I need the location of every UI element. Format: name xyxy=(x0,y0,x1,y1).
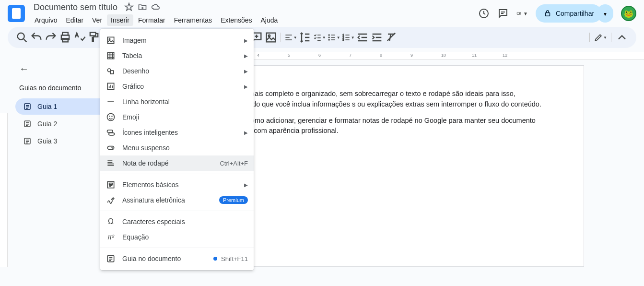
menu-item-menu-suspenso[interactable]: Menu suspenso xyxy=(100,140,254,155)
share-dropdown[interactable]: ▼ xyxy=(597,4,613,23)
hr-icon xyxy=(106,97,116,107)
menu-item-linha[interactable]: Linha horizontal xyxy=(100,94,254,109)
document-title[interactable]: Documento sem título xyxy=(31,1,120,13)
menu-extensoes[interactable]: Extensões xyxy=(217,14,256,26)
svg-point-12 xyxy=(328,39,329,40)
submenu-arrow-icon: ▶ xyxy=(244,130,248,135)
svg-rect-8 xyxy=(266,33,275,42)
insert-image-icon[interactable] xyxy=(264,31,278,44)
premium-badge: Premium xyxy=(219,196,248,204)
align-icon[interactable]: ▼ xyxy=(284,31,297,44)
menu-item-emoji[interactable]: Emoji xyxy=(100,109,254,125)
menu-editar[interactable]: Editar xyxy=(62,14,87,26)
ruler-vertical xyxy=(0,113,8,267)
menu-ferramentas[interactable]: Ferramentas xyxy=(170,14,216,26)
print-icon[interactable] xyxy=(59,31,72,44)
menu-item-icones[interactable]: Ícones inteligentes▶ xyxy=(100,125,254,140)
star-icon[interactable] xyxy=(124,2,134,12)
menubar: Arquivo Editar Ver Inserir Formatar Ferr… xyxy=(31,14,478,26)
submenu-arrow-icon: ▶ xyxy=(244,38,248,43)
svg-point-3 xyxy=(18,33,24,40)
cloud-icon[interactable] xyxy=(151,2,161,12)
search-icon[interactable] xyxy=(15,31,29,44)
separator xyxy=(100,211,254,211)
menu-item-desenho[interactable]: Desenho▶ xyxy=(100,63,254,79)
paragraph[interactable]: mento mais completo e organizado, sem so… xyxy=(228,89,549,110)
tab-icon xyxy=(23,137,32,145)
menu-item-equacao[interactable]: π²Equação xyxy=(100,229,254,245)
tab-icon xyxy=(23,102,32,111)
separator xyxy=(100,174,254,174)
indent-increase-icon[interactable] xyxy=(370,31,384,44)
menu-inserir[interactable]: Inserir xyxy=(107,14,133,26)
dropdown-icon xyxy=(106,143,116,153)
menu-arquivo[interactable]: Arquivo xyxy=(31,14,61,26)
edit-mode-icon[interactable]: ▼ xyxy=(594,31,607,44)
svg-rect-2 xyxy=(545,13,550,16)
svg-rect-19 xyxy=(107,37,114,43)
redo-icon[interactable] xyxy=(44,31,58,44)
svg-point-26 xyxy=(109,116,110,117)
blocks-icon xyxy=(106,180,116,190)
signature-icon xyxy=(106,195,116,205)
tab-icon xyxy=(23,119,32,128)
svg-point-20 xyxy=(109,38,110,40)
equation-icon: π² xyxy=(106,232,116,242)
svg-point-10 xyxy=(328,35,329,36)
comments-icon[interactable] xyxy=(497,8,509,19)
menu-formatar[interactable]: Formatar xyxy=(134,14,169,26)
svg-rect-6 xyxy=(62,38,68,42)
number-list-icon[interactable]: 123 ▼ xyxy=(341,31,355,44)
menu-item-nota-rodape[interactable]: Nota de rodapéCtrl+Alt+F xyxy=(100,155,254,171)
bullet-list-icon[interactable]: ▼ xyxy=(327,31,340,44)
svg-rect-21 xyxy=(107,52,114,59)
docs-logo[interactable] xyxy=(8,5,25,22)
app-header: Documento sem título Arquivo Editar Ver … xyxy=(0,0,644,27)
menu-ajuda[interactable]: Ajuda xyxy=(257,14,282,26)
svg-rect-7 xyxy=(90,33,96,36)
history-icon[interactable] xyxy=(478,8,490,19)
menu-item-elementos[interactable]: Elementos básicos▶ xyxy=(100,177,254,192)
submenu-arrow-icon: ▶ xyxy=(244,84,248,89)
paint-format-icon[interactable] xyxy=(87,31,101,44)
move-icon[interactable] xyxy=(138,2,147,12)
menu-item-assinatura[interactable]: Assinatura eletrônicaPremium xyxy=(100,192,254,208)
chips-icon xyxy=(106,128,116,137)
share-button[interactable]: Compartilhar xyxy=(536,4,602,23)
collapse-icon[interactable] xyxy=(615,31,629,44)
footnote-icon xyxy=(106,158,116,168)
menu-item-tabela[interactable]: Tabela▶ xyxy=(100,48,254,63)
undo-icon[interactable] xyxy=(30,31,43,44)
menu-item-guia[interactable]: Guia no documentoShift+F11 xyxy=(100,251,254,266)
submenu-arrow-icon: ▶ xyxy=(244,53,248,59)
indent-decrease-icon[interactable] xyxy=(356,31,369,44)
submenu-arrow-icon: ▶ xyxy=(244,69,248,74)
checklist-icon[interactable]: ▼ xyxy=(313,31,326,44)
menu-ver[interactable]: Ver xyxy=(88,14,106,26)
tab-label: Guia 2 xyxy=(37,120,57,128)
svg-rect-28 xyxy=(107,130,113,132)
tab-label: Guia 1 xyxy=(37,103,57,110)
paragraph[interactable]: ostrar como adicionar, gerenciar e forma… xyxy=(228,116,549,137)
svg-point-9 xyxy=(268,35,270,37)
spellcheck-icon[interactable] xyxy=(73,31,86,44)
menu-item-caracteres[interactable]: ΩCaracteres especiais xyxy=(100,214,254,229)
menu-item-grafico[interactable]: Gráfico▶ xyxy=(100,79,254,94)
clear-format-icon[interactable] xyxy=(385,31,398,44)
user-avatar[interactable]: 🐸 xyxy=(621,6,636,21)
submenu-arrow-icon: ▶ xyxy=(244,182,248,188)
tab-icon xyxy=(106,254,116,263)
menu-item-imagem[interactable]: Imagem▶ xyxy=(100,33,254,48)
meet-button[interactable]: ▼ xyxy=(516,8,528,19)
new-indicator xyxy=(213,257,217,261)
chart-icon xyxy=(106,82,116,91)
separator xyxy=(100,248,254,248)
svg-point-11 xyxy=(328,37,329,38)
insert-menu-dropdown: Imagem▶ Tabela▶ Desenho▶ Gráfico▶ Linha … xyxy=(100,29,254,270)
svg-text:3: 3 xyxy=(342,38,344,41)
svg-rect-1 xyxy=(517,12,519,14)
line-spacing-icon[interactable] xyxy=(298,31,312,44)
tab-label: Guia 3 xyxy=(37,137,57,145)
svg-rect-5 xyxy=(62,33,68,36)
emoji-icon xyxy=(106,112,116,122)
